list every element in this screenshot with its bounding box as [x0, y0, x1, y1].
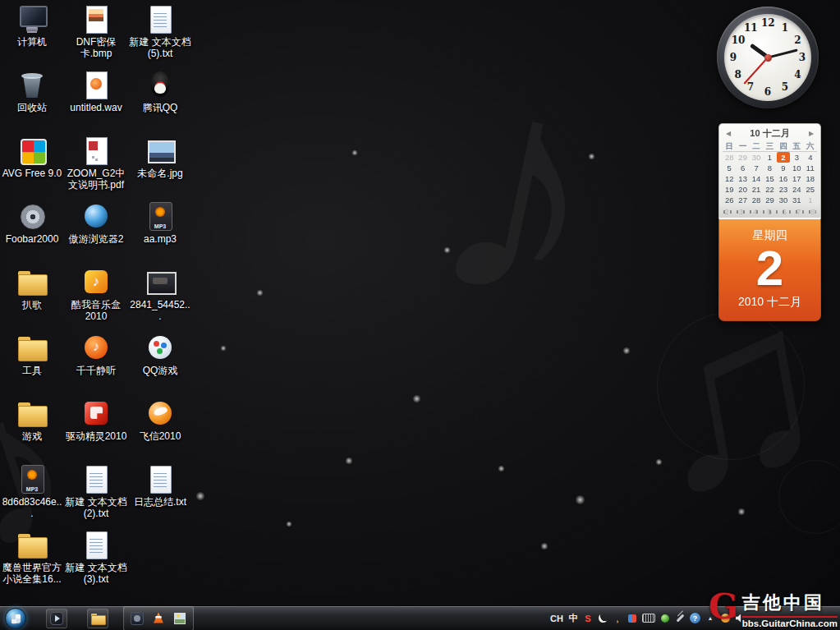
desktop-icon[interactable]: 2841_54452...	[128, 264, 192, 330]
desktop-icon[interactable]: 游戏	[0, 396, 64, 462]
calendar-date[interactable]: 11	[804, 163, 817, 173]
calendar-date[interactable]: 21	[750, 184, 763, 195]
calendar-date[interactable]: 12	[723, 173, 736, 184]
mp3-file-icon: MP3	[14, 464, 50, 494]
clock-number: 5	[778, 81, 792, 93]
calendar-date[interactable]: 5	[723, 163, 736, 173]
avg-icon	[14, 136, 50, 165]
desktop-icon[interactable]: untitled.wav	[64, 67, 128, 133]
settings-wrench-icon[interactable]	[675, 612, 685, 625]
desktop-icon[interactable]: 回收站	[0, 67, 64, 133]
desktop-icon[interactable]: DNF密保卡.bmp	[64, 2, 128, 67]
calendar-date[interactable]: 1	[804, 195, 817, 205]
calendar-date[interactable]: 22	[763, 184, 776, 195]
security-tray-icon[interactable]	[660, 612, 670, 625]
calendar-faint-date: 4	[748, 205, 763, 218]
explorer-folder-taskbar-button[interactable]	[87, 609, 108, 628]
desktop-icon[interactable]: 新建 文本文档 (5).txt	[128, 2, 192, 67]
clock-gadget[interactable]: 123456789101112	[717, 7, 819, 108]
calendar-date[interactable]: 29	[736, 152, 749, 163]
desktop-icon[interactable]: 傲游浏览器2	[64, 199, 128, 264]
desktop-icon-label: 计算机	[17, 36, 47, 48]
calendar-date[interactable]: 19	[723, 184, 736, 195]
desktop-icon[interactable]: 工具	[0, 330, 64, 396]
background-swirl	[778, 460, 840, 534]
help-tray-icon[interactable]: ?	[690, 613, 700, 623]
calendar-date[interactable]: 13	[736, 173, 749, 184]
calendar-date[interactable]: 9	[777, 163, 790, 173]
desktop-icon[interactable]: 驱动精灵2010	[64, 396, 128, 462]
calendar-date[interactable]: 30	[777, 195, 790, 205]
calendar-date[interactable]: 8	[763, 163, 776, 173]
punctuation-indicator[interactable]: ,	[613, 612, 622, 625]
photo-app-taskbar-button[interactable]	[171, 609, 189, 628]
calendar-date[interactable]: 14	[750, 173, 763, 184]
desktop-icon[interactable]: ZOOM_G2中文说明书.pdf	[64, 133, 128, 199]
desktop-icon[interactable]: 千千静听	[64, 330, 128, 396]
desktop-icon[interactable]: 腾讯QQ	[128, 67, 192, 133]
calendar-prev-button[interactable]: ◀	[723, 130, 734, 137]
calendar-date[interactable]: 26	[723, 195, 736, 205]
calendar-date[interactable]: 15	[763, 173, 776, 184]
calendar-gadget[interactable]: ◀ 10 十二月 ▶ 日一二三四五六2829301234567891011121…	[718, 123, 821, 321]
desktop-icon[interactable]: 日志总结.txt	[128, 462, 192, 527]
dark-app-taskbar-button[interactable]	[128, 609, 146, 628]
calendar-date[interactable]: 23	[777, 184, 790, 195]
desktop-icon[interactable]: 新建 文本文档 (2).txt	[64, 462, 128, 527]
calendar-date[interactable]: 17	[790, 173, 803, 184]
desktop-icon-label: QQ游戏	[143, 365, 178, 376]
desktop-icon[interactable]: MP38d6d83c46e...	[0, 462, 64, 527]
calendar-date[interactable]: 27	[736, 195, 749, 205]
vlc-icon	[151, 611, 166, 626]
calendar-date[interactable]: 1	[763, 152, 776, 163]
calendar-next-button[interactable]: ▶	[806, 130, 817, 137]
ime-menu-icon[interactable]	[627, 612, 637, 625]
calendar-date[interactable]: 28	[723, 152, 736, 163]
sparkle	[737, 508, 746, 516]
calendar-date[interactable]: 7	[750, 163, 763, 173]
calendar-date[interactable]: 25	[804, 184, 817, 195]
desktop-icon[interactable]: 扒歌	[0, 264, 64, 330]
calendar-date[interactable]: 4	[804, 152, 817, 163]
watermark-subtitle: bbs.GuitarChina.com	[742, 616, 838, 628]
desktop-icon[interactable]: AVG Free 9.0	[0, 133, 64, 199]
calendar-date[interactable]: 3	[790, 152, 803, 163]
moon-icon[interactable]	[598, 612, 608, 625]
calendar-date[interactable]: 28	[750, 195, 763, 205]
calendar-date[interactable]: 2	[777, 152, 790, 163]
desktop-icon[interactable]: 魔兽世界官方小说全集16...	[0, 527, 64, 593]
desktop-icon-label: 腾讯QQ	[143, 102, 178, 113]
desktop-icon[interactable]: 未命名.jpg	[128, 133, 192, 199]
calendar-date[interactable]: 10	[790, 163, 803, 173]
media-player-taskbar-button[interactable]	[46, 609, 67, 628]
calendar-next-page-dates: 2345678	[719, 205, 820, 218]
soft-keyboard-icon[interactable]	[642, 612, 655, 625]
calendar-date[interactable]: 30	[750, 152, 763, 163]
desktop-icon[interactable]: 新建 文本文档 (3).txt	[64, 527, 128, 593]
ime-chinese-indicator[interactable]: 中	[568, 612, 578, 625]
desktop-icon-label: AVG Free 9.0	[2, 168, 62, 179]
desktop-icon[interactable]: QQ游戏	[128, 330, 192, 396]
background-music-note-icon	[413, 20, 631, 357]
calendar-date[interactable]: 6	[736, 163, 749, 173]
calendar-date[interactable]: 24	[790, 184, 803, 195]
sogou-ime-icon[interactable]: S	[583, 612, 593, 625]
desktop-icon[interactable]: 飞信2010	[128, 396, 192, 462]
desktop-icon-label: 魔兽世界官方小说全集16...	[1, 562, 63, 586]
calendar-date[interactable]: 18	[804, 173, 817, 184]
desktop-icon[interactable]: 计算机	[0, 2, 64, 67]
language-indicator[interactable]: CH	[550, 612, 563, 625]
calendar-date[interactable]: 20	[736, 184, 749, 195]
desktop-icon[interactable]: 酷我音乐盒2010	[64, 264, 128, 330]
calendar-date[interactable]: 29	[763, 195, 776, 205]
vlc-taskbar-button[interactable]	[149, 609, 168, 628]
kuwo-icon	[78, 267, 114, 297]
calendar-day-header: 一	[736, 140, 749, 152]
desktop-icon[interactable]: MP3aa.mp3	[128, 199, 192, 264]
calendar-date[interactable]: 16	[777, 173, 790, 184]
desktop-icon[interactable]: Foobar2000	[0, 199, 64, 264]
calendar-date[interactable]: 31	[790, 195, 803, 205]
start-button[interactable]	[5, 608, 26, 629]
explorer-folder-icon	[90, 611, 105, 626]
calendar-month-title: 10 十二月	[734, 127, 806, 140]
